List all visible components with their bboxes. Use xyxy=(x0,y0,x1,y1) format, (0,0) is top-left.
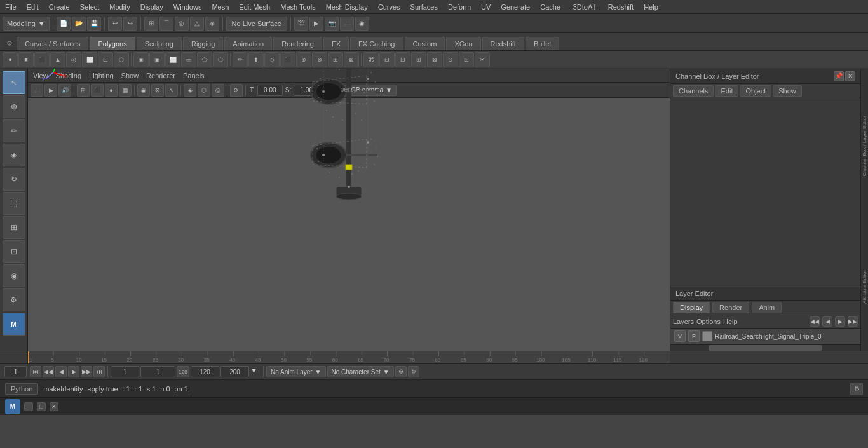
render5-btn[interactable]: ◉ xyxy=(355,17,369,31)
remesh-btn[interactable]: ⊟ xyxy=(395,52,410,67)
curve-tool-btn[interactable]: ✏ xyxy=(233,52,248,67)
menu-file[interactable]: File xyxy=(0,2,22,12)
vp-aa-btn[interactable]: ⟳ xyxy=(230,84,243,97)
menu-curves[interactable]: Curves xyxy=(373,2,405,12)
object-tab[interactable]: Object xyxy=(740,85,771,97)
bridge-btn[interactable]: ⬛ xyxy=(280,52,295,67)
menu-help[interactable]: Help xyxy=(639,2,663,12)
layer-item[interactable]: V P Railroad_Searchlight_Signal_Triple_0 xyxy=(670,329,860,344)
range-end-input[interactable] xyxy=(191,366,219,377)
menu-cache[interactable]: Cache xyxy=(535,2,566,12)
menu-generate[interactable]: Generate xyxy=(496,2,535,12)
unknown-tool-1[interactable]: ◈ xyxy=(3,144,25,166)
display-layer-tab[interactable]: Display xyxy=(673,302,710,313)
reduce-btn[interactable]: ⊡ xyxy=(379,52,395,67)
step-fwd-btn[interactable]: ▶▶ xyxy=(81,366,92,377)
tab-redshift[interactable]: Redshift xyxy=(482,37,524,50)
menu-edit[interactable]: Edit xyxy=(22,2,44,12)
layer-arrow-3[interactable]: ▶ xyxy=(835,316,845,327)
layer-arrow-2[interactable]: ◀ xyxy=(822,316,832,327)
poly-cube-btn[interactable]: ▣ xyxy=(149,52,165,67)
tab-fx-caching[interactable]: FX Caching xyxy=(350,37,403,50)
vp-uv-btn[interactable]: ⬡ xyxy=(198,84,210,97)
render3-btn[interactable]: 📷 xyxy=(325,17,339,31)
max-range-input[interactable] xyxy=(220,366,249,377)
extrude-btn[interactable]: ⬆ xyxy=(248,52,264,67)
layer-p-btn[interactable]: P xyxy=(688,330,700,342)
layer-v-btn[interactable]: V xyxy=(674,330,686,342)
unfold-btn[interactable]: ⊠ xyxy=(427,52,442,67)
maya-tool[interactable]: M xyxy=(3,313,25,336)
combine-btn[interactable]: ⊕ xyxy=(296,52,311,67)
vp-smooth-btn[interactable]: ● xyxy=(105,84,118,97)
menu-redshift[interactable]: Redshift xyxy=(603,2,639,12)
menu-mesh-display[interactable]: Mesh Display xyxy=(321,2,373,12)
live-surface-btn[interactable]: No Live Surface xyxy=(226,17,287,31)
tab-animation[interactable]: Animation xyxy=(224,37,272,50)
mirror-btn[interactable]: ⊠ xyxy=(344,52,359,67)
menu-deform[interactable]: Deform xyxy=(443,2,476,12)
torus-icon-btn[interactable]: ◎ xyxy=(66,52,81,67)
tab-custom[interactable]: Custom xyxy=(405,37,445,50)
tab-polygons[interactable]: Polygons xyxy=(90,37,135,50)
renderer-menu[interactable]: Renderer xyxy=(146,72,175,79)
render-btn[interactable]: 🎬 xyxy=(294,17,308,31)
layer-arrow-1[interactable]: ◀◀ xyxy=(810,316,820,327)
display-tool[interactable]: ◉ xyxy=(3,264,25,287)
loop-btn[interactable]: 120 xyxy=(177,366,189,377)
minimize-btn[interactable]: ─ xyxy=(24,402,33,411)
smooth-btn[interactable]: ⌘ xyxy=(363,52,379,67)
transform-tool[interactable]: ⊕ xyxy=(3,95,25,118)
snap-view-btn[interactable]: △ xyxy=(190,17,204,31)
paint-tool[interactable]: ✏ xyxy=(3,119,25,142)
settings-tool[interactable]: ⚙ xyxy=(3,288,25,311)
menu-select[interactable]: Select xyxy=(75,2,105,12)
goto-end-btn[interactable]: ⏭ xyxy=(93,366,105,377)
sphere-icon-btn[interactable]: ● xyxy=(3,52,18,67)
retopo-btn[interactable]: ⊞ xyxy=(411,52,426,67)
vp-mat-btn[interactable]: ◎ xyxy=(212,84,224,97)
vp-iso-btn[interactable]: ◉ xyxy=(137,84,150,97)
open-file-btn[interactable]: 📂 xyxy=(72,17,86,31)
char-set-dropdown[interactable]: No Character Set ▼ xyxy=(327,366,394,377)
current-frame-display[interactable] xyxy=(4,366,27,377)
settings-btn[interactable]: ⚙ xyxy=(3,36,17,50)
range-arrow-btn[interactable]: ▼ xyxy=(250,367,261,377)
bevel-btn[interactable]: ◇ xyxy=(264,52,280,67)
disc-icon-btn[interactable]: ⊡ xyxy=(98,52,113,67)
tab-rendering[interactable]: Rendering xyxy=(273,37,322,50)
vp-tex-btn[interactable]: ▦ xyxy=(119,84,132,97)
channel-box-edge-label[interactable]: Channel Box / Layer Editor xyxy=(862,116,867,177)
char-set-icon-1[interactable]: ⚙ xyxy=(395,366,407,377)
menu-mesh[interactable]: Mesh xyxy=(207,2,234,12)
vp-manip-btn[interactable]: ↖ xyxy=(165,84,178,97)
close-panel-btn[interactable]: ✕ xyxy=(845,71,855,81)
plus-tool-1[interactable]: ⊞ xyxy=(3,216,25,239)
vp-wire-btn[interactable]: ⬛ xyxy=(91,84,104,97)
play-back-btn[interactable]: ◀ xyxy=(55,366,67,377)
snap-point-btn[interactable]: ◎ xyxy=(175,17,189,31)
edit-tab[interactable]: Edit xyxy=(715,85,738,97)
redo-btn[interactable]: ↪ xyxy=(123,17,137,31)
workspace-dropdown[interactable]: Modeling ▼ xyxy=(3,17,50,31)
select-tool[interactable]: ↖ xyxy=(3,71,25,94)
snap-curve-btn[interactable]: ⌒ xyxy=(159,17,173,31)
separate-btn[interactable]: ⊗ xyxy=(312,52,327,67)
cube-icon-btn[interactable]: ■ xyxy=(18,52,34,67)
cone-icon-btn[interactable]: ▲ xyxy=(50,52,65,67)
render2-btn[interactable]: ▶ xyxy=(309,17,323,31)
pin-btn[interactable]: 📌 xyxy=(834,71,844,81)
panels-menu[interactable]: Panels xyxy=(183,72,205,79)
layout-btn[interactable]: ⊙ xyxy=(443,52,458,67)
menu-edit-mesh[interactable]: Edit Mesh xyxy=(234,2,275,12)
poly-sphere-btn[interactable]: ◉ xyxy=(133,52,149,67)
tab-fx[interactable]: FX xyxy=(323,37,349,50)
poly-plane-btn[interactable]: ▭ xyxy=(181,52,196,67)
cut-btn[interactable]: ✂ xyxy=(475,52,490,67)
poly-cyl-btn[interactable]: ⬜ xyxy=(165,52,180,67)
show-tab[interactable]: Show xyxy=(773,85,802,97)
frame-input-center[interactable] xyxy=(140,366,175,377)
anim-layer-tab[interactable]: Anim xyxy=(752,302,782,313)
poly-platonic-btn[interactable]: ⬡ xyxy=(213,52,228,67)
step-back-btn[interactable]: ◀◀ xyxy=(43,366,54,377)
